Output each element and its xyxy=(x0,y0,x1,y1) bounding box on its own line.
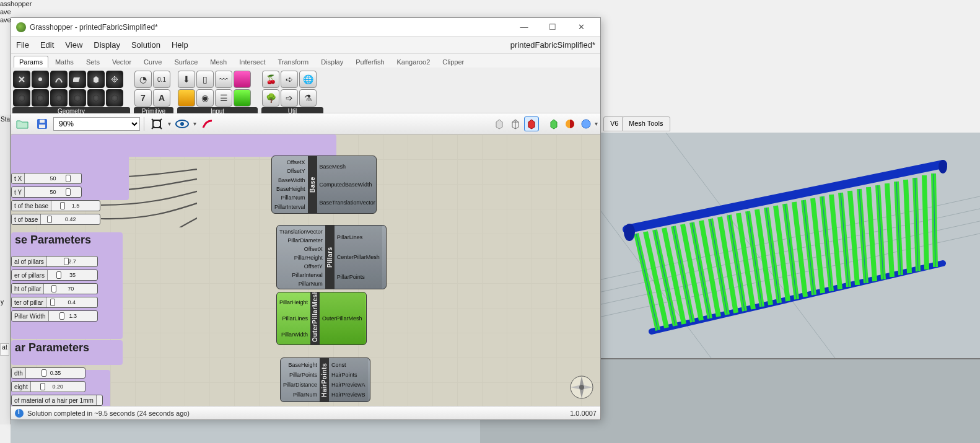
menu-display[interactable]: Display xyxy=(94,40,120,50)
save-file-icon[interactable] xyxy=(33,116,51,132)
status-info-icon xyxy=(15,409,24,418)
component-base[interactable]: OffsetXOffsetY BaseWidthBaseHeight Pilla… xyxy=(271,156,377,214)
slider-pillar-width[interactable]: Pillar Width1.3 xyxy=(11,310,98,322)
tab-vector[interactable]: Vector xyxy=(107,56,137,68)
component-hair-points[interactable]: BaseHeightPillarPoints PillarDistancePil… xyxy=(280,357,370,402)
tab-pufferfish[interactable]: Pufferfish xyxy=(350,56,390,68)
minimize-button[interactable]: — xyxy=(510,18,538,37)
open-file-icon[interactable] xyxy=(14,116,31,132)
geom-hex4-icon[interactable]: ⬡ xyxy=(69,89,86,107)
input-graph-icon[interactable]: 〰 xyxy=(215,71,232,88)
slider-pillar-interval[interactable]: al of pillars2.7 xyxy=(11,256,98,267)
document-preview-icon[interactable] xyxy=(562,116,577,131)
util-cherry-icon[interactable]: 🍒 xyxy=(262,71,279,88)
menu-bar: File Edit View Display Solution Help pri… xyxy=(11,37,600,54)
input-panel-icon[interactable]: ▯ xyxy=(196,71,214,88)
status-version: 1.0.0007 xyxy=(570,410,597,417)
component-pillars-name: Pillars xyxy=(325,226,335,289)
slider-base-width[interactable]: t of the base1.5 xyxy=(11,200,100,211)
menu-help[interactable]: Help xyxy=(172,40,188,50)
svg-point-67 xyxy=(582,120,590,128)
prim-text-icon[interactable]: A xyxy=(153,89,170,107)
menu-view[interactable]: View xyxy=(65,40,82,50)
slider-pillar-num[interactable]: er of pillars35 xyxy=(11,270,98,281)
tab-transform[interactable]: Transform xyxy=(272,56,314,68)
tab-intersect[interactable]: Intersect xyxy=(234,56,271,68)
rhino-stat-tab[interactable]: at xyxy=(0,343,9,356)
maximize-button[interactable]: ☐ xyxy=(538,18,567,37)
geom-curve-icon[interactable] xyxy=(50,71,68,88)
geom-hex6-icon[interactable]: ⬡ xyxy=(106,89,123,107)
rhino-tab-meshtools[interactable]: Mesh Tools xyxy=(622,116,670,131)
input-list-icon[interactable]: ☰ xyxy=(215,89,232,107)
component-hair-name: HairPoints xyxy=(320,358,329,401)
geom-point-icon[interactable] xyxy=(32,71,49,88)
input-import-icon[interactable]: ⬇ xyxy=(178,71,195,88)
grasshopper-icon xyxy=(16,22,26,32)
svg-line-31 xyxy=(868,187,875,281)
slider-pillar-diameter[interactable]: ter of pillar0.4 xyxy=(11,297,98,308)
geom-cancel-icon[interactable] xyxy=(13,71,30,88)
status-bar: Solution completed in ~9.5 seconds (24 s… xyxy=(11,406,600,419)
util-globe-icon[interactable]: 🌐 xyxy=(299,71,317,88)
geom-surface-icon[interactable] xyxy=(69,71,86,88)
input-knob-icon[interactable]: ◉ xyxy=(196,89,214,107)
zoom-extents-icon[interactable] xyxy=(148,116,165,132)
prim-num-icon[interactable]: 0.1 xyxy=(153,71,170,88)
menu-edit[interactable]: Edit xyxy=(40,40,54,50)
slider-offset-x[interactable]: t X50 xyxy=(11,173,82,184)
input-boolean-icon[interactable] xyxy=(234,89,251,107)
tab-kangaroo2[interactable]: Kangaroo2 xyxy=(392,56,436,68)
tab-clipper[interactable]: Clipper xyxy=(437,56,470,68)
title-bar[interactable]: Grasshopper - printedFabricSimplified* —… xyxy=(11,18,600,37)
only-selected-icon[interactable] xyxy=(546,116,561,131)
no-preview-icon[interactable] xyxy=(492,116,507,131)
tab-curve[interactable]: Curve xyxy=(138,56,167,68)
util-jump-icon[interactable]: ➪ xyxy=(281,71,298,88)
tab-mesh[interactable]: Mesh xyxy=(204,56,232,68)
svg-line-11 xyxy=(683,224,701,320)
geom-brep-icon[interactable] xyxy=(87,71,105,88)
menu-file[interactable]: File xyxy=(16,40,29,50)
slider-base-height[interactable]: t of base0.42 xyxy=(11,214,100,225)
component-outer-pillar-mesh[interactable]: PillarHeightPillarLinesPillarWidth Outer… xyxy=(276,292,367,345)
slider-hair-width[interactable]: dth0.35 xyxy=(11,367,85,379)
prim-7-icon[interactable]: 7 xyxy=(134,89,152,107)
svg-line-35 xyxy=(906,180,909,273)
geom-hex3-icon[interactable]: ⬡ xyxy=(50,89,68,107)
tab-sets[interactable]: Sets xyxy=(81,56,105,68)
slider-pillar-height[interactable]: ht of pillar70 xyxy=(11,283,98,294)
slider-hair-height[interactable]: eight0.20 xyxy=(11,381,85,392)
canvas-compass-icon[interactable] xyxy=(568,374,595,401)
group-pillar-params[interactable]: ar Parameters xyxy=(11,340,123,365)
input-slider-icon[interactable] xyxy=(178,89,195,107)
geom-hex1-icon[interactable]: ⬡ xyxy=(13,89,30,107)
rhino-3d-geometry xyxy=(608,139,974,356)
component-pillars[interactable]: TranslationVectorPillarDiameter OffsetXP… xyxy=(276,225,387,289)
tab-display[interactable]: Display xyxy=(315,56,349,68)
tab-surface[interactable]: Surface xyxy=(168,56,203,68)
wireframe-preview-icon[interactable] xyxy=(508,116,523,131)
input-gradient-icon[interactable] xyxy=(234,71,251,88)
util-tree-icon[interactable]: 🌳 xyxy=(262,89,279,107)
util-jump2-icon[interactable]: ➩ xyxy=(281,89,298,107)
prim-circle-icon[interactable]: ◔ xyxy=(134,71,152,88)
mesh-preview-icon[interactable] xyxy=(579,116,593,131)
geom-hex2-icon[interactable]: ⬡ xyxy=(32,89,49,107)
slider-offset-y[interactable]: t Y50 xyxy=(11,186,82,198)
menu-solution[interactable]: Solution xyxy=(131,40,160,50)
grasshopper-canvas[interactable]: Export Parameters se Parameters ar Param… xyxy=(11,134,600,406)
grasshopper-window: Grasshopper - printedFabricSimplified* —… xyxy=(11,17,601,420)
tab-params[interactable]: Params xyxy=(14,56,48,68)
zoom-select[interactable]: 90% xyxy=(53,117,140,131)
shaded-preview-icon[interactable] xyxy=(524,116,539,131)
util-flask-icon[interactable]: ⚗ xyxy=(299,89,317,107)
geom-mesh-icon[interactable] xyxy=(106,71,123,88)
sketch-icon[interactable] xyxy=(199,116,216,132)
close-button[interactable]: ✕ xyxy=(567,18,595,37)
geom-hex5-icon[interactable]: ⬡ xyxy=(87,89,105,107)
tab-maths[interactable]: Maths xyxy=(50,56,79,68)
svg-line-13 xyxy=(701,221,719,317)
slider-hair-material[interactable]: of material of a hair per 1mm xyxy=(11,395,103,406)
preview-eye-icon[interactable] xyxy=(173,116,191,132)
